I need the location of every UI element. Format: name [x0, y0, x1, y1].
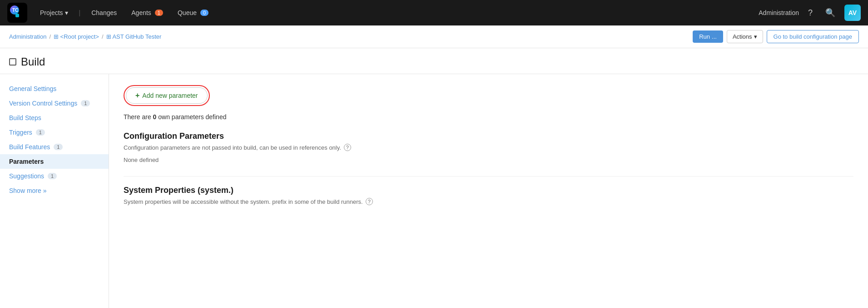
suggestions-badge: 1	[48, 173, 57, 179]
system-props-section: System Properties (system.) System prope…	[124, 186, 853, 205]
params-count-text: There are 0 own parameters defined	[124, 113, 853, 121]
breadcrumb-administration[interactable]: Administration	[9, 33, 46, 40]
config-params-none: None defined	[124, 157, 853, 163]
agents-badge: 1	[155, 10, 163, 16]
sidebar-item-triggers[interactable]: Triggers 1	[0, 125, 109, 140]
config-params-section: Configuration Parameters Configuration p…	[124, 131, 853, 163]
breadcrumb-sep-2: /	[102, 33, 104, 40]
build-features-badge: 1	[54, 144, 63, 150]
avatar[interactable]: AV	[844, 5, 861, 21]
chevron-down-icon: ▾	[65, 9, 68, 16]
show-more[interactable]: Show more »	[0, 183, 109, 198]
search-button[interactable]: 🔍	[822, 6, 839, 20]
breadcrumb-ast-tester[interactable]: ⊞ AST GitHub Tester	[106, 33, 162, 40]
system-props-title: System Properties (system.)	[124, 186, 853, 195]
nav-right: Administration ? 🔍 AV	[759, 5, 861, 21]
queue-badge: 0	[200, 10, 208, 16]
breadcrumb-actions: Run ... Actions ▾ Go to build configurat…	[693, 30, 859, 43]
system-props-help-icon[interactable]: ?	[366, 198, 373, 205]
triggers-badge: 1	[36, 129, 45, 136]
sidebar-item-build-steps[interactable]: Build Steps	[0, 111, 109, 125]
page-title: Build	[21, 56, 45, 68]
logo[interactable]: TC	[7, 3, 27, 23]
sidebar-item-parameters[interactable]: Parameters	[0, 154, 109, 169]
system-props-desc: System properties will be accessible wit…	[124, 198, 853, 205]
page-title-area: Build	[0, 48, 868, 74]
breadcrumb-bar: Administration / ⊞ <Root project> / ⊞ AS…	[0, 25, 868, 48]
config-params-desc: Configuration parameters are not passed …	[124, 144, 853, 151]
version-control-badge: 1	[81, 100, 90, 106]
svg-text:TC: TC	[12, 8, 18, 13]
sidebar: General Settings Version Control Setting…	[0, 74, 109, 308]
config-params-title: Configuration Parameters	[124, 131, 853, 141]
help-button[interactable]: ?	[804, 6, 816, 20]
breadcrumb-sep-1: /	[49, 33, 51, 40]
breadcrumb-root-project[interactable]: ⊞ <Root project>	[54, 33, 99, 40]
chevron-down-icon: ▾	[754, 33, 757, 40]
build-checkbox[interactable]	[9, 58, 16, 66]
sidebar-item-version-control-settings[interactable]: Version Control Settings 1	[0, 96, 109, 111]
sidebar-item-build-features[interactable]: Build Features 1	[0, 140, 109, 154]
run-button[interactable]: Run ...	[693, 30, 723, 43]
nav-projects[interactable]: Projects ▾	[35, 5, 74, 20]
content-area: + Add new parameter There are 0 own para…	[109, 74, 868, 308]
nav-agents[interactable]: Agents 1	[126, 5, 169, 20]
svg-rect-1	[15, 14, 19, 17]
nav-separator: |	[79, 9, 81, 16]
actions-button[interactable]: Actions ▾	[727, 30, 763, 43]
nav-queue[interactable]: Queue 0	[172, 5, 214, 20]
sidebar-item-general-settings[interactable]: General Settings	[0, 81, 109, 96]
main-layout: General Settings Version Control Setting…	[0, 74, 868, 308]
nav-administration-label: Administration	[759, 9, 799, 16]
section-divider	[124, 176, 853, 177]
nav-changes[interactable]: Changes	[86, 5, 122, 20]
config-params-help-icon[interactable]: ?	[344, 144, 351, 151]
goto-build-config-button[interactable]: Go to build configuration page	[767, 30, 859, 43]
plus-icon: +	[135, 91, 139, 100]
sidebar-item-suggestions[interactable]: Suggestions 1	[0, 169, 109, 183]
add-param-highlight: + Add new parameter	[124, 85, 210, 106]
add-new-parameter-button[interactable]: + Add new parameter	[126, 87, 208, 104]
top-navigation: TC Projects ▾ | Changes Agents 1 Queue 0…	[0, 0, 868, 25]
